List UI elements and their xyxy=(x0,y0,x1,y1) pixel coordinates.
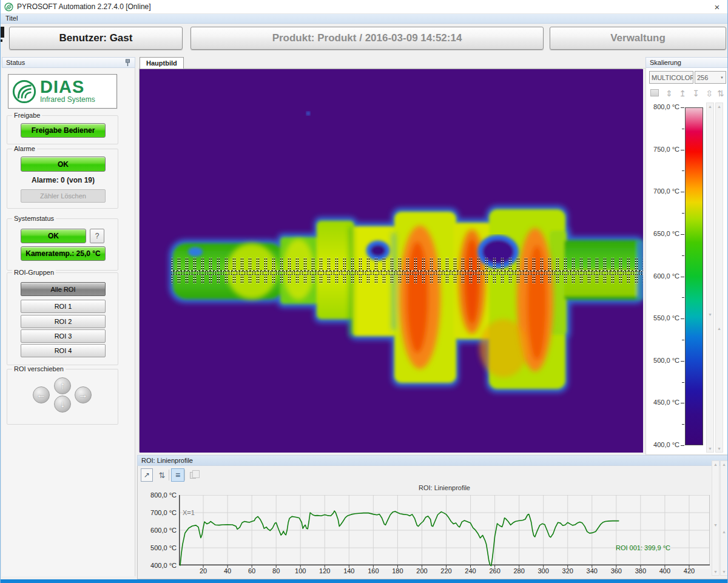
chart-x-tick-label: 200 xyxy=(410,567,434,575)
close-icon[interactable]: × xyxy=(710,2,724,12)
levels-select[interactable]: 256 ▼ xyxy=(695,71,726,84)
systemstatus-label: Systemstatus xyxy=(12,215,56,222)
popout-chart-button[interactable]: ↗ xyxy=(141,468,153,482)
status-panel-header: Status xyxy=(2,57,135,68)
roi-move-up-button[interactable]: ↑ xyxy=(54,377,71,394)
product-button[interactable]: Produkt: Produkt / 2016-03-09 14:52:14 xyxy=(190,27,544,50)
scale-tick-major xyxy=(681,361,684,362)
scale-tick-major xyxy=(681,107,684,108)
roi-overlay[interactable] xyxy=(171,258,643,283)
scroll-up-icon[interactable]: ▲ xyxy=(712,462,719,467)
toolbar-separator xyxy=(184,470,185,480)
freigabe-group: Freigabe Freigabe Bediener xyxy=(7,115,118,144)
chart-x-tick-label: 100 xyxy=(288,567,312,575)
chart-x-tick-label: 340 xyxy=(580,567,604,575)
chart-x-tick-label: 260 xyxy=(483,567,507,575)
toolbar-separator xyxy=(169,470,169,480)
up-arrow-icon: ↑ xyxy=(60,380,65,391)
scroll-down-icon[interactable]: ▼ xyxy=(707,312,713,317)
scroll-up-icon[interactable]: ▲ xyxy=(721,462,727,467)
chart-x-tick-label: 400 xyxy=(653,567,677,575)
clear-counter-button[interactable]: Zähler Löschen xyxy=(21,189,106,203)
left-arrow-icon: ← xyxy=(36,389,46,400)
chart-y-tick-label: 700,0 °C xyxy=(139,509,177,516)
levels-value: 256 xyxy=(697,74,708,81)
chart-x-tick-label: 360 xyxy=(604,567,629,575)
chart-y-tick-label: 600,0 °C xyxy=(139,527,177,534)
alarme-label: Alarme xyxy=(12,145,37,152)
scale-min-scrollbar[interactable]: ▲ ▲ ▼ xyxy=(715,103,723,453)
scale-tick-label: 650,0 °C xyxy=(646,230,679,237)
scale-max-scrollbar[interactable]: ▲ ▼ ▼ xyxy=(706,103,714,453)
list-view-button[interactable]: ≡ xyxy=(171,468,184,482)
menu-titel[interactable]: Titel xyxy=(5,15,18,22)
scroll-down-icon[interactable]: ▼ xyxy=(712,523,719,527)
scaling-panel-header: Skalierung xyxy=(645,57,728,68)
scroll-up-icon[interactable]: ▲ xyxy=(716,326,723,331)
scale-tick-label: 500,0 °C xyxy=(646,357,679,364)
roi-move-left-button[interactable]: ← xyxy=(33,386,50,403)
profile-panel: ROI: Linienprofile ↗ ⇅ ≡ ROI: Linienprof… xyxy=(137,455,728,579)
status-panel-title: Status xyxy=(6,59,25,66)
pin-icon[interactable] xyxy=(124,59,131,67)
alarm-counter: Alarme: 0 (von 19) xyxy=(7,176,119,184)
scale-max-up-icon[interactable]: ↥ xyxy=(677,88,688,99)
chart-scrollbar-2[interactable]: ▲ ▲ ▼ xyxy=(720,460,728,576)
copy-chart-button[interactable] xyxy=(187,468,199,482)
scale-tick-major xyxy=(681,192,684,192)
palette-value: MULTICOLOR xyxy=(652,74,693,81)
roi-all-button[interactable]: Alle ROI xyxy=(21,282,106,296)
roi-move-right-button[interactable]: → xyxy=(75,386,92,403)
dias-swirl-icon xyxy=(12,79,36,104)
alarm-status-button: OK xyxy=(21,157,106,172)
scroll-up-icon[interactable]: ▲ xyxy=(721,530,727,534)
scale-tick-label: 400,0 °C xyxy=(646,441,679,448)
tab-hauptbild[interactable]: Hauptbild xyxy=(140,57,184,69)
chart-x-tick-label: 420 xyxy=(677,567,701,575)
alarme-group: Alarme OK Alarme: 0 (von 19) Zähler Lösc… xyxy=(7,149,118,209)
scaling-panel-title: Skalierung xyxy=(650,59,681,66)
chart-x-tick-label: 140 xyxy=(337,567,361,575)
right-arrow-icon: → xyxy=(78,389,88,400)
chart-scrollbar-1[interactable]: ▲ ▼ ▼ xyxy=(712,460,720,576)
dias-subtitle: Infrared Systems xyxy=(40,95,95,104)
scale-fit-icon[interactable]: ⇳ xyxy=(704,88,715,99)
roi-4-button[interactable]: ROI 4 xyxy=(21,344,106,357)
scroll-down-icon[interactable]: ▼ xyxy=(707,447,713,451)
chart-y-tick-label: 400,0 °C xyxy=(139,562,177,569)
scroll-up-icon[interactable]: ▲ xyxy=(707,104,713,109)
scale-tick-major xyxy=(681,277,684,277)
roi-move-down-button[interactable]: ↓ xyxy=(54,396,71,413)
dias-logo: DIAS Infrared Systems xyxy=(8,74,117,109)
line-profile-chart xyxy=(179,495,710,569)
systemstatus-group: Systemstatus OK ? Kameratemp.: 25,0 °C xyxy=(7,218,118,271)
scale-tick-label: 600,0 °C xyxy=(646,272,679,280)
roi-3-button[interactable]: ROI 3 xyxy=(21,329,106,343)
scroll-down-icon[interactable]: ▼ xyxy=(712,570,719,574)
help-button[interactable]: ? xyxy=(90,229,104,243)
chart-x-tick-label: 60 xyxy=(240,567,264,575)
scroll-down-icon[interactable]: ▼ xyxy=(721,570,727,574)
autoscale-button[interactable]: ⇅ xyxy=(157,468,167,482)
collapsed-panel-tab[interactable] xyxy=(1,27,4,38)
scale-max-down-icon[interactable]: ↧ xyxy=(690,88,701,99)
scale-expand-icon[interactable]: ⇕ xyxy=(664,88,675,99)
management-button[interactable]: Verwaltung xyxy=(550,27,726,50)
thermal-image-view xyxy=(139,69,642,452)
user-button[interactable]: Benutzer: Gast xyxy=(9,27,183,50)
scroll-down-icon[interactable]: ▼ xyxy=(716,447,723,451)
scale-shift-icon[interactable]: ⇅ xyxy=(715,88,726,99)
app-window: PYROSOFT Automation 2.27.4.0 [Online] × … xyxy=(0,0,728,583)
scroll-up-icon[interactable]: ▲ xyxy=(716,104,723,109)
chart-x-tick-label: 220 xyxy=(434,567,459,575)
palette-select[interactable]: MULTICOLOR ▼ xyxy=(649,71,693,84)
roi-2-button[interactable]: ROI 2 xyxy=(21,315,106,328)
roi-1-button[interactable]: ROI 1 xyxy=(21,300,106,313)
freigabe-bediener-button[interactable]: Freigabe Bediener xyxy=(21,123,106,138)
main-tabstrip: Hauptbild xyxy=(139,57,645,69)
roi-move-group: ROI verschieben ↑ ← → ↓ xyxy=(7,369,118,425)
chart-x-tick-label: 240 xyxy=(459,567,483,575)
scale-properties-icon[interactable] xyxy=(650,89,659,96)
scale-tick-minor xyxy=(682,424,684,425)
chart-x-tick-label: 280 xyxy=(507,567,531,575)
